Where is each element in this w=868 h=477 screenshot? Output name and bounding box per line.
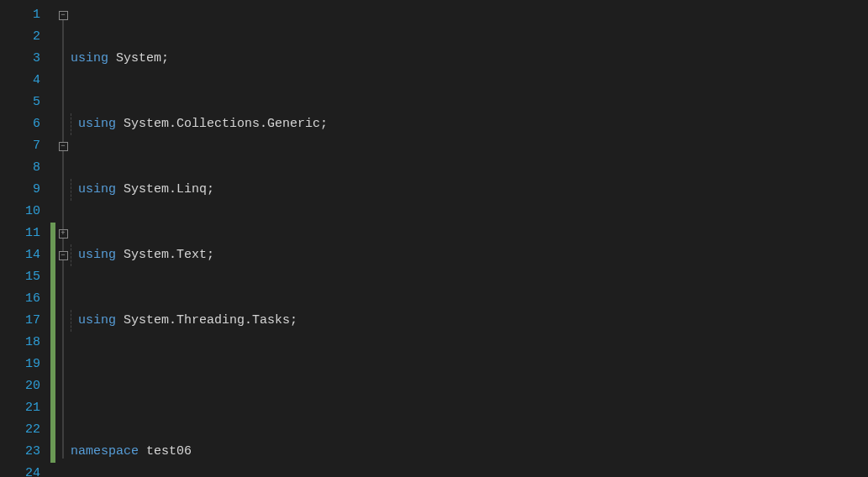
code-line: using System; [71, 48, 868, 70]
line-number-gutter: 1 2 3 4 5 6 7 8 9 10 11 14 15 16 17 18 1… [0, 0, 50, 477]
line-number: 18 [0, 332, 40, 354]
fold-column: − − + − [55, 0, 71, 477]
line-number: 14 [0, 244, 40, 266]
line-number: 24 [0, 463, 40, 477]
code-line: using System.Collections.Generic; [71, 113, 868, 135]
line-number: 7 [0, 135, 40, 157]
code-line: namespace test06 [71, 441, 868, 463]
line-number: 9 [0, 179, 40, 201]
code-content[interactable]: using System; using System.Collections.G… [71, 0, 868, 477]
code-line: using System.Threading.Tasks; [71, 310, 868, 332]
fold-toggle-collapse-icon[interactable]: − [59, 11, 68, 20]
line-number: 1 [0, 4, 40, 26]
line-number: 4 [0, 70, 40, 92]
code-editor[interactable]: 1 2 3 4 5 6 7 8 9 10 11 14 15 16 17 18 1… [0, 0, 868, 477]
line-number: 16 [0, 288, 40, 310]
line-number: 3 [0, 48, 40, 70]
fold-toggle-collapse-icon[interactable]: − [59, 251, 68, 260]
line-number: 10 [0, 201, 40, 223]
line-number: 21 [0, 397, 40, 419]
line-number: 22 [0, 419, 40, 441]
line-number: 20 [0, 375, 40, 397]
code-line: using System.Linq; [71, 179, 868, 201]
line-number: 11 [0, 223, 40, 244]
line-number: 6 [0, 113, 40, 135]
fold-toggle-expand-icon[interactable]: + [59, 229, 68, 238]
line-number: 23 [0, 441, 40, 463]
line-number: 19 [0, 354, 40, 375]
code-line: using System.Text; [71, 244, 868, 266]
line-number: 8 [0, 157, 40, 179]
fold-toggle-collapse-icon[interactable]: − [59, 142, 68, 151]
line-number: 2 [0, 26, 40, 48]
code-line [71, 375, 868, 397]
line-number: 17 [0, 310, 40, 332]
line-number: 5 [0, 92, 40, 113]
line-number: 15 [0, 266, 40, 288]
